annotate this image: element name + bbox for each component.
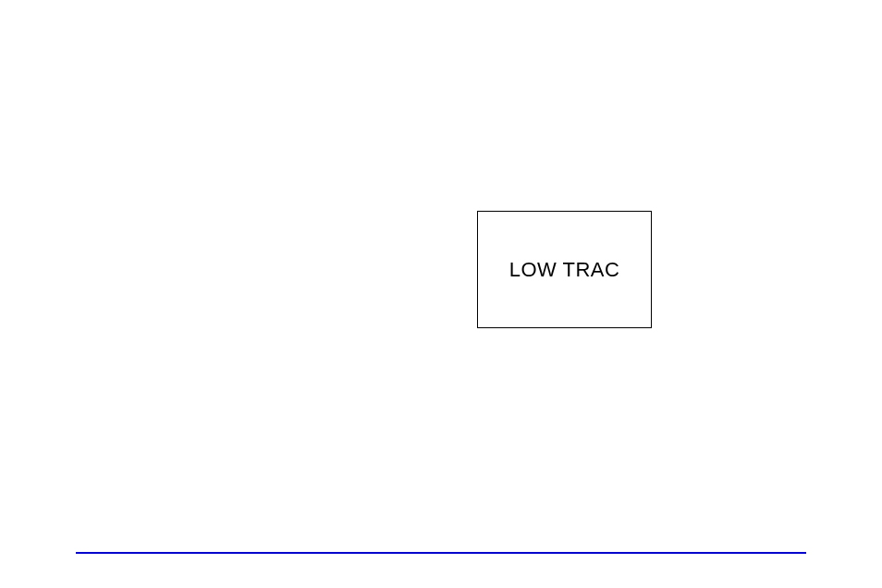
indicator-box: LOW TRAC <box>477 211 652 328</box>
footer-divider <box>76 552 806 554</box>
indicator-label: LOW TRAC <box>509 258 620 282</box>
